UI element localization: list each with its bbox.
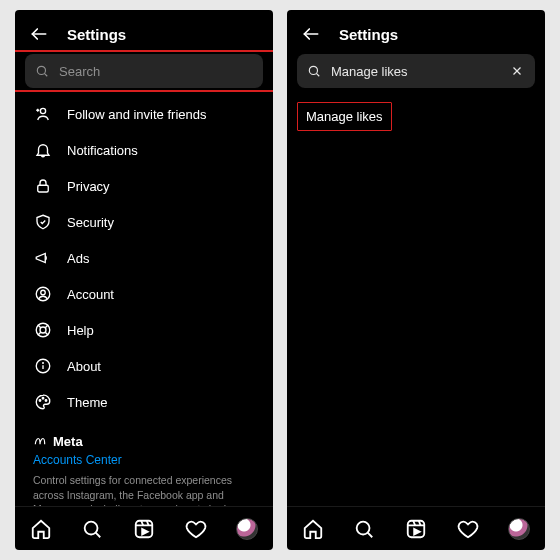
bottom-nav — [287, 506, 545, 550]
svg-line-2 — [44, 73, 47, 76]
menu-label: Notifications — [67, 143, 138, 158]
menu-theme[interactable]: Theme — [15, 384, 273, 420]
accounts-center-desc: Control settings for connected experienc… — [33, 473, 255, 506]
nav-activity[interactable] — [184, 517, 208, 541]
nav-reels[interactable] — [404, 517, 428, 541]
meta-section: Meta Accounts Center Control settings fo… — [15, 420, 273, 506]
svg-point-3 — [40, 108, 45, 113]
svg-point-18 — [39, 400, 41, 402]
svg-line-34 — [368, 532, 373, 537]
search-input[interactable] — [331, 64, 499, 79]
nav-home[interactable] — [301, 517, 325, 541]
result-label: Manage likes — [306, 109, 383, 124]
svg-point-33 — [357, 521, 370, 534]
search-field[interactable] — [297, 54, 535, 88]
meta-icon — [33, 435, 47, 449]
user-circle-icon — [33, 285, 53, 303]
back-icon[interactable] — [29, 24, 49, 44]
svg-point-10 — [40, 327, 46, 333]
menu-label: Security — [67, 215, 114, 230]
svg-point-19 — [42, 398, 44, 400]
page-title: Settings — [67, 26, 126, 43]
nav-search[interactable] — [352, 517, 376, 541]
menu-label: Account — [67, 287, 114, 302]
clear-icon[interactable] — [509, 63, 525, 79]
svg-point-17 — [43, 363, 44, 364]
svg-marker-27 — [142, 529, 148, 535]
accounts-center-link[interactable]: Accounts Center — [33, 453, 255, 467]
svg-point-8 — [41, 290, 46, 295]
svg-line-22 — [96, 532, 101, 537]
bottom-nav — [15, 506, 273, 550]
menu-about[interactable]: About — [15, 348, 273, 384]
bell-icon — [33, 141, 53, 159]
person-plus-icon — [33, 105, 53, 123]
palette-icon — [33, 393, 53, 411]
settings-screen-right: Settings Manage likes — [287, 10, 545, 550]
avatar-icon — [236, 518, 258, 540]
nav-reels[interactable] — [132, 517, 156, 541]
svg-line-30 — [316, 73, 319, 76]
nav-profile[interactable] — [507, 517, 531, 541]
lifebuoy-icon — [33, 321, 53, 339]
settings-list: Follow and invite friends Notifications … — [15, 88, 273, 506]
nav-search[interactable] — [80, 517, 104, 541]
search-icon — [307, 64, 321, 78]
svg-point-21 — [85, 521, 98, 534]
svg-point-29 — [309, 66, 317, 74]
lock-icon — [33, 177, 53, 195]
meta-brand: Meta — [33, 434, 255, 449]
meta-label: Meta — [53, 434, 83, 449]
header: Settings — [287, 10, 545, 54]
menu-label: Theme — [67, 395, 107, 410]
menu-notifications[interactable]: Notifications — [15, 132, 273, 168]
menu-ads[interactable]: Ads — [15, 240, 273, 276]
avatar-icon — [508, 518, 530, 540]
page-title: Settings — [339, 26, 398, 43]
svg-marker-39 — [414, 529, 420, 535]
svg-point-20 — [45, 400, 47, 402]
search-field[interactable] — [25, 54, 263, 88]
header: Settings — [15, 10, 273, 54]
nav-home[interactable] — [29, 517, 53, 541]
menu-label: Follow and invite friends — [67, 107, 206, 122]
search-input[interactable] — [59, 64, 253, 79]
menu-label: About — [67, 359, 101, 374]
search-icon — [35, 64, 49, 78]
menu-account[interactable]: Account — [15, 276, 273, 312]
svg-point-1 — [37, 66, 45, 74]
menu-security[interactable]: Security — [15, 204, 273, 240]
menu-label: Privacy — [67, 179, 110, 194]
menu-label: Ads — [67, 251, 89, 266]
svg-rect-6 — [38, 185, 49, 192]
settings-screen-left: Settings Follow and invite friends Notif… — [15, 10, 273, 550]
nav-profile[interactable] — [235, 517, 259, 541]
megaphone-icon — [33, 249, 53, 267]
search-result-manage-likes[interactable]: Manage likes — [297, 102, 392, 131]
menu-follow-invite[interactable]: Follow and invite friends — [15, 96, 273, 132]
info-icon — [33, 357, 53, 375]
nav-activity[interactable] — [456, 517, 480, 541]
menu-help[interactable]: Help — [15, 312, 273, 348]
back-icon[interactable] — [301, 24, 321, 44]
search-results: Manage likes — [287, 88, 545, 506]
menu-privacy[interactable]: Privacy — [15, 168, 273, 204]
menu-label: Help — [67, 323, 94, 338]
shield-icon — [33, 213, 53, 231]
